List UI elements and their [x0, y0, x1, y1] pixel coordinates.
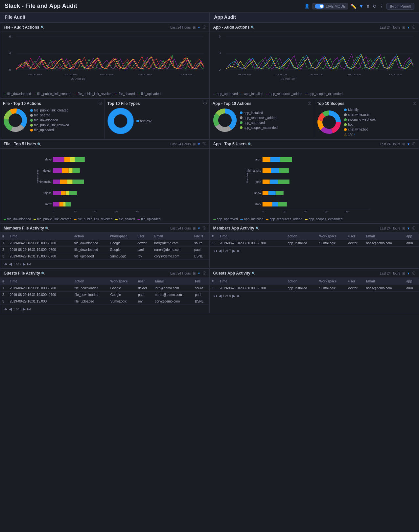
svg-rect-58: [73, 168, 80, 173]
members-app-pagination: ⏮ ◀ 1 of 7 ▶ ⏭: [210, 247, 419, 255]
guests-file-search[interactable]: 🔍: [41, 272, 45, 275]
app-top5-copy[interactable]: ⊞: [402, 142, 405, 146]
members-app-table-area: # Time action Workspace user Email app 1…: [210, 233, 419, 247]
members-app-info[interactable]: ⓘ: [412, 226, 415, 230]
last-page-btn[interactable]: ⏭: [237, 249, 241, 253]
file-audit-search-icon[interactable]: 🔍: [40, 26, 44, 29]
filter-icon[interactable]: ▼: [359, 4, 363, 9]
top10-scopes-content: identify chat:write:user incoming-webhoo…: [317, 108, 416, 136]
prev-page-btn[interactable]: ◀: [219, 249, 221, 253]
toggle-switch[interactable]: [315, 4, 324, 9]
first-page-btn[interactable]: ⏮: [213, 249, 217, 253]
svg-text:29 Aug 19: 29 Aug 19: [71, 77, 85, 80]
guests-app-filter[interactable]: ▼: [407, 272, 410, 275]
next-page-btn[interactable]: ▶: [232, 249, 235, 253]
from-panel[interactable]: [From Panel]: [386, 3, 414, 10]
file-top5-search[interactable]: 🔍: [37, 142, 41, 146]
table-row: 3 2019-08-29 16:31:19.000 -0700 file_upl…: [0, 253, 209, 260]
next-page-btn[interactable]: ▶: [23, 262, 26, 266]
file-top5-legend: file_downloaded file_public_link_created…: [0, 216, 209, 223]
app-top10-donut: [213, 108, 237, 133]
guests-app-search[interactable]: 🔍: [251, 272, 255, 275]
next-page-btn[interactable]: ▶: [232, 294, 235, 298]
svg-rect-95: [262, 202, 272, 206]
svg-text:dave: dave: [45, 158, 52, 161]
last-page-btn[interactable]: ⏭: [27, 262, 31, 266]
members-file-copy[interactable]: ⊞: [193, 227, 196, 230]
legend-file-shared: file_shared: [115, 92, 135, 96]
first-page-btn[interactable]: ⏮: [213, 294, 217, 298]
svg-text:80: 80: [136, 210, 139, 213]
guests-file-meta: Last 24 Hours ⊞ ▼ ⓘ: [170, 271, 206, 276]
app-audit-copy-icon[interactable]: ⊞: [402, 26, 405, 29]
file-top5-copy[interactable]: ⊞: [193, 142, 196, 146]
members-file-search[interactable]: 🔍: [45, 227, 49, 230]
file-audit-header: File Audit: [0, 12, 210, 22]
file-top5-info[interactable]: ⓘ: [203, 142, 206, 146]
svg-text:12:00 PM: 12:00 PM: [179, 73, 192, 76]
svg-text:29 Aug 19: 29 Aug 19: [281, 77, 295, 80]
app-top5-info[interactable]: ⓘ: [412, 142, 415, 146]
guests-file-info[interactable]: ⓘ: [203, 271, 206, 276]
svg-text:80: 80: [345, 210, 348, 213]
prev-page-btn[interactable]: ◀: [219, 294, 221, 298]
svg-text:6: 6: [9, 35, 11, 38]
app-audit-actions-header: App - Audit Actions 🔍 Last 24 Hours ⊞ ▼ …: [210, 23, 419, 32]
col-workspace: Workspace: [317, 233, 346, 240]
members-file-info[interactable]: ⓘ: [203, 226, 206, 230]
app-audit-info-icon[interactable]: ⓘ: [412, 25, 415, 30]
last-page-btn[interactable]: ⏭: [27, 307, 31, 311]
guests-app-table-header: # Time action Workspace user Email app: [210, 278, 419, 285]
guests-file-filter[interactable]: ▼: [198, 272, 201, 275]
app-audit-search-icon[interactable]: 🔍: [251, 26, 255, 29]
edit-icon[interactable]: ✏️: [351, 4, 356, 9]
svg-rect-64: [61, 191, 66, 195]
members-app-copy[interactable]: ⊞: [402, 227, 405, 230]
table-row: 2 2019-08-29 16:31:19.000 -0700 file_dow…: [0, 292, 209, 298]
prev-page-btn[interactable]: ◀: [9, 307, 12, 311]
svg-text:rajesh: rajesh: [43, 191, 52, 195]
last-page-btn[interactable]: ⏭: [237, 294, 241, 298]
live-mode-toggle[interactable]: LIVE MODE: [312, 3, 348, 10]
guests-activity-row: Guests File Activity 🔍 Last 24 Hours ⊞ ▼…: [0, 268, 419, 313]
file-top10-info[interactable]: ⓘ: [99, 101, 102, 106]
file-top5-filter[interactable]: ▼: [198, 142, 201, 146]
svg-text:0: 0: [262, 210, 264, 213]
top10-file-types-info[interactable]: ⓘ: [203, 101, 207, 106]
svg-text:himanshu: himanshu: [248, 169, 261, 172]
app-top5-filter[interactable]: ▼: [407, 142, 410, 146]
top10-scopes-header: Top 10 Scopes ⓘ: [317, 101, 416, 106]
col-num: #: [0, 233, 8, 240]
members-app-filter[interactable]: ▼: [407, 227, 410, 230]
app-audit-filter-icon[interactable]: ▼: [407, 26, 410, 29]
file-audit-filter-icon[interactable]: ▼: [198, 26, 201, 29]
file-audit-info-icon[interactable]: ⓘ: [203, 25, 206, 30]
svg-text:0: 0: [53, 210, 55, 213]
table-row: 1 2019-08-29 16:33:30.000 -0700 app_inst…: [210, 285, 419, 292]
file-audit-copy-icon[interactable]: ⊞: [193, 26, 196, 29]
first-page-btn[interactable]: ⏮: [4, 307, 8, 311]
prev-page-btn[interactable]: ◀: [9, 262, 12, 266]
members-app-search[interactable]: 🔍: [255, 227, 259, 230]
app-top5-search[interactable]: 🔍: [248, 142, 252, 146]
first-page-btn[interactable]: ⏮: [4, 262, 8, 266]
app-top5-title: App - Top 5 Users 🔍: [213, 142, 252, 146]
members-file-filter[interactable]: ▼: [198, 227, 201, 230]
top10-scopes-info[interactable]: ⓘ: [413, 101, 416, 106]
legend-file-public-link-revoked: file_public_link_revoked: [74, 92, 112, 96]
scopes-next[interactable]: ›: [354, 133, 355, 136]
svg-text:08:00 PM: 08:00 PM: [28, 73, 42, 76]
guests-file-copy[interactable]: ⊞: [193, 272, 196, 275]
guests-app-info[interactable]: ⓘ: [412, 271, 415, 276]
col-file: File: [193, 278, 209, 285]
col-time: Time: [218, 278, 286, 285]
next-page-btn[interactable]: ▶: [23, 307, 26, 311]
share-icon[interactable]: ⬆: [366, 4, 370, 9]
refresh-icon[interactable]: ↻: [373, 4, 377, 9]
svg-rect-56: [62, 168, 69, 173]
app-top10-info[interactable]: ⓘ: [308, 101, 311, 106]
svg-text:0: 0: [9, 68, 11, 71]
svg-text:12:00 AM: 12:00 AM: [64, 73, 78, 76]
guests-app-copy[interactable]: ⊞: [402, 272, 405, 275]
more-icon[interactable]: ⋮: [379, 4, 384, 9]
